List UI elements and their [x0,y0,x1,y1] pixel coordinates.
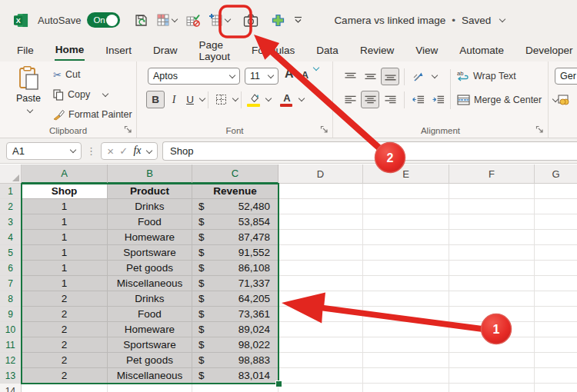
cell-G4[interactable] [535,230,577,245]
cell-B11[interactable]: Sportsware [108,337,192,353]
column-header-B[interactable]: B [108,164,192,184]
cell-C7[interactable]: $71,337 [192,276,278,291]
column-header-G[interactable]: G [535,164,577,184]
cell-C3[interactable]: $53,854 [192,214,278,230]
cell-B10[interactable]: Homeware [108,322,192,337]
table-insert-button[interactable] [205,8,234,32]
cell-B14[interactable] [108,384,192,392]
camera-button[interactable] [235,8,266,32]
cell-G8[interactable] [535,291,577,307]
enter-button[interactable]: ✓ [119,145,128,157]
row-header-5[interactable]: 5 [0,245,22,261]
add-button[interactable] [268,8,288,32]
orientation-button[interactable] [409,68,428,85]
bold-button[interactable]: B [146,91,165,108]
number-format-select[interactable]: Ger [555,68,577,85]
cell-B2[interactable]: Drinks [108,199,192,214]
cell-D2[interactable] [278,199,363,214]
cell-C12[interactable]: $98,883 [192,353,278,368]
cell-C14[interactable] [192,384,278,392]
align-top-button[interactable] [341,68,359,85]
cell-A3[interactable]: 1 [22,214,108,230]
cell-C4[interactable]: $87,478 [192,230,278,245]
tab-file[interactable]: File [6,40,45,61]
font-name-select[interactable]: Aptos [148,68,240,85]
row-header-8[interactable]: 8 [0,291,22,307]
cell-A14[interactable] [22,384,108,392]
row-header-9[interactable]: 9 [0,307,22,322]
cell-C2[interactable]: $52,480 [192,199,278,214]
cell-E8[interactable] [363,291,449,307]
italic-button[interactable]: I [165,91,183,108]
tab-draw[interactable]: Draw [142,40,188,61]
cell-F6[interactable] [449,261,535,276]
cell-A1[interactable]: Shop [22,184,108,199]
cell-A6[interactable]: 1 [22,261,108,276]
column-header-F[interactable]: F [449,164,535,184]
copy-button[interactable]: Copy [51,85,110,104]
cell-A2[interactable]: 1 [22,199,108,214]
row-header-4[interactable]: 4 [0,230,22,245]
cell-G1[interactable] [535,184,577,199]
cell-G2[interactable] [535,199,577,214]
save-button[interactable] [131,8,152,32]
cell-E10[interactable] [363,322,449,337]
align-left-button[interactable] [341,91,359,108]
cell-A5[interactable]: 1 [22,245,108,261]
row-header-10[interactable]: 10 [0,322,22,337]
cell-F9[interactable] [449,307,535,322]
cell-E13[interactable] [363,368,449,384]
cell-F11[interactable] [449,337,535,353]
font-size-select[interactable]: 11 [245,68,278,85]
align-middle-button[interactable] [361,68,379,85]
row-header-1[interactable]: 1 [0,184,22,199]
table-style-button[interactable] [153,8,181,32]
row-header-13[interactable]: 13 [0,368,22,384]
cell-A4[interactable]: 1 [22,230,108,245]
cell-F12[interactable] [449,353,535,368]
cell-E5[interactable] [363,245,449,261]
tab-review[interactable]: Review [349,40,405,61]
formula-bar-grip[interactable]: ⋮ [86,145,96,157]
row-header-11[interactable]: 11 [0,337,22,353]
document-title-group[interactable]: Camera vs linked image • Saved [334,15,505,26]
row-header-14[interactable]: 14 [0,384,22,392]
cell-B9[interactable]: Food [108,307,192,322]
cell-A8[interactable]: 2 [22,291,108,307]
table-check-button[interactable] [182,8,204,32]
cell-C11[interactable]: $98,022 [192,337,278,353]
tab-data[interactable]: Data [305,40,349,61]
cell-C1[interactable]: Revenue [192,184,278,199]
borders-button[interactable] [212,91,230,108]
format-painter-button[interactable]: Format Painter [51,105,135,124]
cell-B3[interactable]: Food [108,214,192,230]
cell-A11[interactable]: 2 [22,337,108,353]
row-header-6[interactable]: 6 [0,261,22,276]
cell-D4[interactable] [278,230,363,245]
cell-E12[interactable] [363,353,449,368]
tab-formulas[interactable]: Formulas [241,40,305,61]
cell-G9[interactable] [535,307,577,322]
tab-automate[interactable]: Automate [449,40,515,61]
cell-F1[interactable] [449,184,535,199]
column-header-C[interactable]: C [192,164,278,184]
row-header-2[interactable]: 2 [0,199,22,214]
cell-A10[interactable]: 2 [22,322,108,337]
autosave-toggle[interactable]: On [87,12,120,28]
cell-F7[interactable] [449,276,535,291]
cut-button[interactable]: ✂ Cut [51,65,82,84]
row-header-12[interactable]: 12 [0,353,22,368]
cell-D10[interactable] [278,322,363,337]
cell-B12[interactable]: Pet goods [108,353,192,368]
cell-B13[interactable]: Miscellaneous [108,368,192,384]
cell-E9[interactable] [363,307,449,322]
paste-button[interactable]: Paste [11,66,46,115]
cell-E2[interactable] [363,199,449,214]
cell-E6[interactable] [363,261,449,276]
cell-D12[interactable] [278,353,363,368]
cell-F5[interactable] [449,245,535,261]
cell-F10[interactable] [449,322,535,337]
font-dialog-launcher[interactable] [320,125,329,134]
cell-E3[interactable] [363,214,449,230]
cell-F2[interactable] [449,199,535,214]
